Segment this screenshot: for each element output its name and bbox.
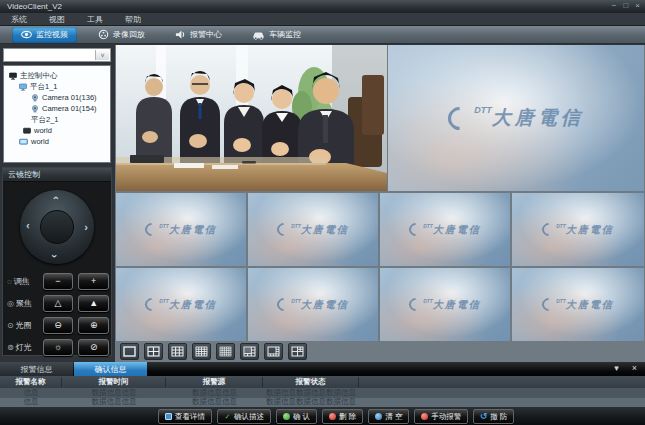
layout-button-4[interactable] — [144, 343, 163, 360]
video-tile[interactable]: DTT 大唐電信 — [388, 45, 644, 191]
video-grid: DTT 大唐電信 DTT大唐電信 DTT大唐電信 DTT大唐電信 DTT大唐電信… — [115, 45, 645, 362]
light-off-button[interactable]: ⊘ — [78, 339, 109, 356]
tree-item-world-2[interactable]: world — [4, 136, 110, 147]
grid-16-icon — [195, 346, 208, 357]
video-tile[interactable]: DTT大唐電信 — [116, 268, 246, 341]
clear-button[interactable]: 清 空 — [368, 409, 409, 424]
crescent-logo-icon — [406, 295, 424, 313]
iris-close-button[interactable]: ⊖ — [43, 317, 74, 334]
light-icon: ⊚ — [7, 343, 14, 352]
video-tile[interactable]: DTT大唐電信 — [512, 268, 644, 341]
zoom-in-button[interactable]: + — [78, 273, 109, 290]
tree-item-control-center[interactable]: 主控制中心 — [4, 70, 110, 81]
confirm-description-button[interactable]: ✓ 确认描述 — [217, 409, 271, 424]
tree-item-platform1[interactable]: 平台1_1 — [4, 81, 110, 92]
view-details-button[interactable]: 查看详情 — [158, 409, 212, 424]
monitor-dark-icon — [9, 72, 17, 80]
chevron-down-icon[interactable]: ˅ — [95, 50, 109, 60]
crescent-logo-icon — [142, 220, 160, 238]
world-blue-icon — [19, 138, 28, 146]
layout-button-1-7[interactable] — [264, 343, 283, 360]
focus-far-button[interactable]: ▲ — [78, 295, 109, 312]
title-bar: VideoClient_V2 — [0, 0, 645, 13]
check-icon: ✓ — [224, 413, 231, 420]
manual-alarm-button[interactable]: 手动报警 — [414, 409, 468, 424]
menu-tools[interactable]: 工具 — [76, 14, 114, 25]
table-row[interactable]: 信息 数据信息信息 数据信息信息 数据信息数据信息数据信息 — [0, 398, 645, 408]
light-on-button[interactable]: ☼ — [43, 339, 74, 356]
tab-playback[interactable]: 录像回放 — [89, 27, 154, 43]
ptz-down-arrow-icon[interactable]: › — [50, 254, 60, 258]
alarm-action-bar: 查看详情 ✓ 确认描述 确 认 删 除 清 空 手动报警 ↺ 撤 防 — [0, 407, 645, 425]
ptz-left-arrow-icon[interactable]: › — [26, 222, 30, 232]
zoom-out-button[interactable]: − — [43, 273, 74, 290]
ptz-row-zoom: ◌调焦 − + — [7, 272, 109, 290]
crescent-logo-icon — [443, 102, 476, 135]
video-tile[interactable]: DTT大唐電信 — [248, 193, 378, 266]
tab-confirm-info[interactable]: 确认信息 — [74, 362, 147, 376]
close-button[interactable]: × — [635, 1, 640, 11]
focus-near-button[interactable]: △ — [43, 295, 74, 312]
layout-button-split[interactable] — [288, 343, 307, 360]
layout-button-1[interactable] — [120, 343, 139, 360]
tab-alarm-center[interactable]: 报警中心 — [166, 27, 231, 43]
panel-close-icon[interactable]: × — [632, 363, 637, 373]
grid-4-icon — [147, 346, 160, 357]
column-header: 报警源 — [166, 377, 263, 387]
manual-alarm-icon — [421, 413, 428, 420]
crescent-logo-icon — [274, 295, 292, 313]
layout-button-16[interactable] — [192, 343, 211, 360]
video-tile[interactable]: DTT大唐電信 — [116, 193, 246, 266]
ptz-right-arrow-icon[interactable]: › — [84, 222, 88, 232]
video-tile[interactable]: DTT大唐電信 — [380, 268, 510, 341]
iris-open-button[interactable]: ⊕ — [78, 317, 109, 334]
focus-ring-icon: ◌ — [7, 277, 12, 286]
live-video-tile[interactable] — [116, 45, 387, 191]
device-select-dropdown[interactable]: ˅ — [3, 48, 111, 62]
tree-item-label: world — [31, 137, 49, 146]
confirm-button[interactable]: 确 认 — [276, 409, 317, 424]
minimize-button[interactable]: − — [612, 1, 617, 11]
ptz-row-iris: ⊙光圈 ⊖ ⊕ — [7, 316, 109, 334]
video-tile[interactable]: DTT大唐電信 — [380, 193, 510, 266]
ptz-row-label: 聚焦 — [16, 298, 32, 309]
menu-view[interactable]: 视图 — [38, 14, 76, 25]
menu-help[interactable]: 帮助 — [114, 14, 152, 25]
layout-button-9[interactable] — [168, 343, 187, 360]
table-row[interactable]: 信息 数据信息信息 数据信息信息 数据信息数据信息数据信息 — [0, 388, 645, 398]
window-title: VideoClient_V2 — [7, 2, 62, 11]
film-reel-icon — [98, 29, 109, 40]
tab-alarm-info[interactable]: 报警信息 — [0, 362, 73, 376]
tab-label: 监控视频 — [36, 29, 68, 40]
grid-1-plus-7-icon — [267, 346, 280, 357]
speaker-icon — [175, 29, 186, 40]
tree-item-camera-154[interactable]: Camera 01(154) — [4, 103, 110, 114]
delete-button[interactable]: 删 除 — [322, 409, 363, 424]
iris-icon: ⊙ — [7, 321, 14, 330]
tree-item-platform2[interactable]: 平台2_1 — [4, 114, 110, 125]
video-tile[interactable]: DTT大唐電信 — [248, 268, 378, 341]
tree-item-world-1[interactable]: world — [4, 125, 110, 136]
ptz-dpad[interactable]: › › › › — [20, 190, 94, 264]
layout-button-25[interactable] — [216, 343, 235, 360]
tab-monitor-video[interactable]: 监控视频 — [12, 27, 77, 43]
video-tile[interactable]: DTT大唐電信 — [512, 193, 644, 266]
menu-system[interactable]: 系统 — [0, 14, 38, 25]
grid-25-icon — [219, 346, 232, 357]
focus-target-icon: ◎ — [7, 299, 14, 308]
crescent-logo-icon — [274, 220, 292, 238]
layout-button-1-5[interactable] — [240, 343, 259, 360]
tab-vehicle-monitor[interactable]: 车辆监控 — [243, 27, 310, 43]
crescent-logo-icon — [539, 220, 557, 238]
tree-item-camera-136[interactable]: Camera 01(136) — [4, 92, 110, 103]
ptz-up-arrow-icon[interactable]: › — [50, 196, 60, 200]
grid-split-icon — [291, 346, 304, 357]
alarm-table: 报警名称 报警时间 报警源 报警状态 信息 数据信息信息 数据信息信息 数据信息… — [0, 376, 645, 407]
datang-watermark: DTT 大唐電信 — [388, 45, 644, 191]
ptz-control-panel: 云镜控制 › › › › ◌调焦 − + ◎聚焦 △ ▲ ⊙光圈 ⊖ ⊕ ⊚灯光… — [2, 167, 112, 356]
disarm-button[interactable]: ↺ 撤 防 — [473, 409, 514, 424]
ptz-dpad-hub — [40, 210, 74, 244]
panel-collapse-icon[interactable]: ▾ — [614, 363, 619, 373]
maximize-button[interactable]: □ — [623, 1, 628, 11]
device-tree: 主控制中心 平台1_1 Camera 01(136) Camera 01(154… — [3, 65, 111, 163]
